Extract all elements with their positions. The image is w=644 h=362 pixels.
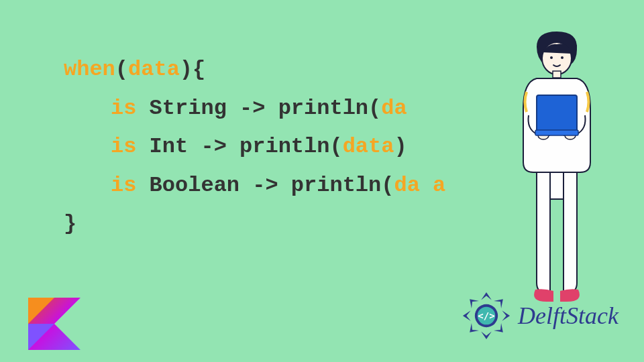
svg-rect-17 xyxy=(553,71,561,78)
keyword-is: is xyxy=(111,173,136,198)
code-line-2: is String -> println(da xyxy=(64,89,445,128)
svg-point-15 xyxy=(550,56,553,59)
svg-rect-22 xyxy=(550,172,564,199)
svg-marker-9 xyxy=(463,310,471,321)
svg-rect-21 xyxy=(535,130,578,135)
code-line-3: is Int -> println(data) xyxy=(64,127,445,166)
svg-marker-10 xyxy=(466,296,479,308)
svg-marker-5 xyxy=(502,310,510,321)
svg-marker-7 xyxy=(481,331,492,339)
keyword-is: is xyxy=(111,96,136,121)
svg-point-16 xyxy=(561,56,564,59)
arg-data: data xyxy=(128,57,180,82)
code-snippet: when(data){ is String -> println(da is I… xyxy=(64,50,445,243)
code-line-5: } xyxy=(64,204,445,243)
keyword-when: when xyxy=(64,57,115,82)
svg-marker-8 xyxy=(466,323,479,336)
person-with-laptop-icon xyxy=(490,28,617,310)
keyword-is: is xyxy=(111,134,136,159)
svg-marker-6 xyxy=(494,323,506,336)
svg-text:</>: </> xyxy=(478,310,494,321)
kotlin-logo-icon xyxy=(28,298,80,350)
svg-rect-20 xyxy=(537,95,577,132)
code-line-1: when(data){ xyxy=(64,50,445,89)
code-line-4: is Boolean -> println(da a xyxy=(64,166,445,205)
